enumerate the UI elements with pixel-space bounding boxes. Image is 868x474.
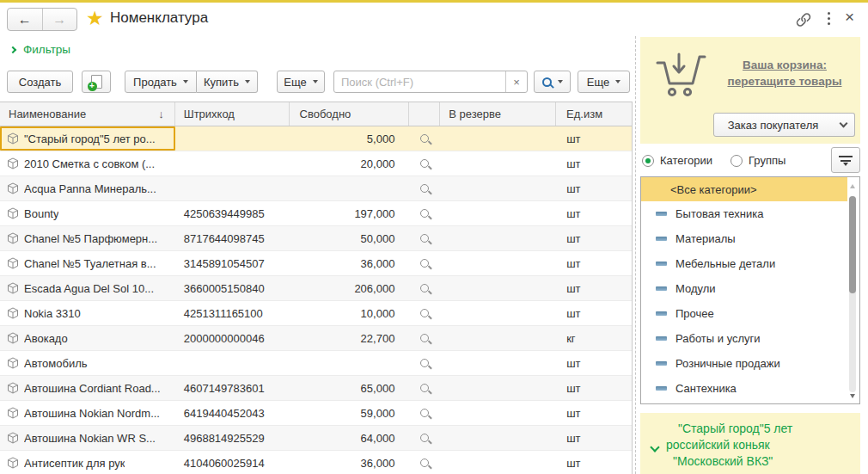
copy-item-button[interactable]: + <box>82 71 111 93</box>
favorite-star-icon[interactable]: ★ <box>86 7 104 30</box>
radio-categories[interactable] <box>642 155 654 167</box>
magnifier-icon[interactable] <box>420 184 429 193</box>
magnifier-icon[interactable] <box>420 459 429 467</box>
magnifier-icon[interactable] <box>420 284 429 292</box>
category-icon <box>656 237 667 241</box>
item-icon <box>7 307 19 319</box>
search-button[interactable] <box>534 71 571 93</box>
page-title: Номенклатура <box>110 9 208 27</box>
column-header-reserve[interactable]: В резерве <box>440 102 556 126</box>
category-item[interactable]: Модули <box>641 276 859 301</box>
magnifier-icon[interactable] <box>420 434 429 442</box>
magnifier-icon[interactable] <box>420 334 429 342</box>
magnifier-icon[interactable] <box>420 359 429 367</box>
cart-drop-hint[interactable]: Ваша корзина: перетащите товары <box>719 57 850 89</box>
category-item[interactable]: Материалы <box>641 226 859 251</box>
magnifier-icon[interactable] <box>420 159 429 168</box>
forward-button[interactable]: → <box>43 9 77 30</box>
sort-descending-icon: ↓ <box>158 108 164 120</box>
item-barcode: 2000000000046 <box>175 326 290 350</box>
table-row[interactable]: Chanel №5 Парфюмерн... 8717644098745 50,… <box>0 226 632 251</box>
magnifier-icon[interactable] <box>420 384 429 392</box>
table-row[interactable]: Escada Agua Del Sol 10... 3660005150840 … <box>0 276 632 301</box>
column-header-unit[interactable]: Ед.изм <box>556 102 632 126</box>
category-item[interactable]: Работы и услуги <box>641 326 859 351</box>
magnifier-icon[interactable] <box>420 234 429 243</box>
scroll-down-icon[interactable] <box>850 394 855 398</box>
column-header-free[interactable]: Свободно <box>290 102 410 126</box>
more-button-left[interactable]: Еще <box>277 71 325 93</box>
item-name: Chanel №5 Парфюмерн... <box>24 232 157 245</box>
collapse-chevron-icon[interactable] <box>650 442 659 452</box>
table-row[interactable]: Антисептик для рук 4104060025914 36,000 … <box>0 451 632 474</box>
table-row[interactable]: Авокадо 2000000000046 22,700 кг <box>0 326 632 351</box>
search-clear-button[interactable]: × <box>505 71 527 92</box>
category-item[interactable]: Мебельные детали <box>641 251 859 276</box>
category-icon <box>656 262 667 266</box>
table-row[interactable]: Автомобиль шт <box>0 351 632 376</box>
item-unit: шт <box>556 201 632 225</box>
item-unit: шт <box>556 426 632 450</box>
item-reserve-qty <box>440 201 556 225</box>
more-menu-icon[interactable] <box>828 12 830 15</box>
magnifier-icon[interactable] <box>420 259 429 268</box>
shopping-cart-icon <box>654 49 707 99</box>
category-item[interactable]: Прочее <box>641 301 859 326</box>
table-row[interactable]: 2010 Сметка с совком (... 20,000 шт <box>0 151 632 176</box>
table-row[interactable]: Bounty 4250639449985 197,000 шт <box>0 201 632 226</box>
item-barcode: 6419440452043 <box>175 401 290 425</box>
scrollbar-thumb[interactable] <box>849 196 856 293</box>
radio-categories-label[interactable]: Категории <box>660 154 712 167</box>
table-row[interactable]: Chanel №5 Туалетная в... 3145891054507 3… <box>0 251 632 276</box>
scroll-up-icon[interactable] <box>850 184 855 188</box>
magnifier-icon[interactable] <box>420 309 429 317</box>
table-row[interactable]: "Старый город"5 лет ро... 5,000 шт <box>0 126 632 151</box>
close-icon[interactable]: × <box>845 8 854 27</box>
magnifier-icon[interactable] <box>420 209 429 218</box>
category-icon <box>656 311 667 316</box>
customer-order-button[interactable]: Заказ покупателя <box>713 113 833 137</box>
item-barcode: 8717644098745 <box>175 226 290 250</box>
list-settings-button[interactable] <box>831 147 860 173</box>
column-header-lookup[interactable] <box>409 102 440 126</box>
category-item[interactable]: <Все категории> <box>641 177 847 201</box>
item-name: Авокадо <box>24 332 68 345</box>
category-item[interactable]: Розничные продажи <box>641 351 859 376</box>
sell-button[interactable]: Продать <box>125 71 197 93</box>
item-barcode: 3145891054507 <box>175 251 290 275</box>
item-free-qty: 197,000 <box>290 201 410 225</box>
item-name: Автомобиль <box>24 357 88 370</box>
column-header-name[interactable]: Наименование ↓ <box>0 102 175 126</box>
category-list: <Все категории> Бытовая техника Материал… <box>640 176 860 404</box>
table-row[interactable]: Автошина Nokian WR S... 4968814925529 64… <box>0 426 632 451</box>
search-input[interactable] <box>334 71 505 92</box>
magnifier-icon[interactable] <box>420 409 429 417</box>
item-name: Acqua Panna Минераль... <box>24 182 156 195</box>
table-row[interactable]: Автошина Cordiant Road... 4607149783601 … <box>0 376 632 401</box>
radio-groups[interactable] <box>730 155 743 167</box>
magnifier-icon[interactable] <box>420 134 429 143</box>
back-button[interactable]: ← <box>8 9 43 30</box>
create-button[interactable]: Создать <box>7 71 73 93</box>
trade-button-group: Продать Купить <box>125 71 258 93</box>
create-label: Создать <box>19 76 61 89</box>
category-icon <box>656 386 667 391</box>
category-item[interactable]: Сантехника <box>641 376 859 401</box>
table-row[interactable]: Nokia 3310 4251311165100 10,000 шт <box>0 301 632 326</box>
category-item[interactable]: Бытовая техника <box>641 201 859 226</box>
filters-link[interactable]: Фильтры <box>10 43 70 56</box>
table-row[interactable]: Автошина Nokian Nordm... 6419440452043 5… <box>0 401 632 426</box>
item-icon <box>7 457 19 469</box>
item-unit: шт <box>556 401 632 425</box>
item-unit: шт <box>556 151 632 175</box>
item-free-qty: 64,000 <box>290 426 410 450</box>
radio-groups-label[interactable]: Группы <box>749 154 785 167</box>
column-header-barcode[interactable]: Штрихкод <box>175 102 290 126</box>
table-row[interactable]: Acqua Panna Минераль... шт <box>0 176 632 201</box>
buy-button[interactable]: Купить <box>197 71 258 93</box>
panel-splitter[interactable] <box>635 36 636 474</box>
more-button-right[interactable]: Еще <box>578 71 630 93</box>
link-icon[interactable] <box>795 11 812 28</box>
item-icon <box>7 132 19 145</box>
customer-order-dropdown-button[interactable] <box>832 113 855 137</box>
